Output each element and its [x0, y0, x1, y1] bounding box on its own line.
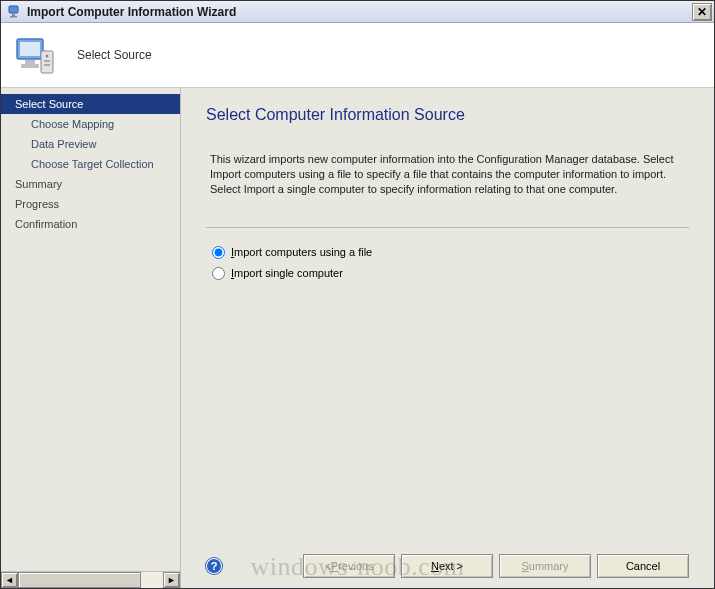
substep-choose-mapping[interactable]: Choose Mapping: [1, 114, 180, 134]
cancel-button[interactable]: Cancel: [597, 554, 689, 578]
footer: ? < Previous Next > Summary Cancel: [206, 544, 689, 578]
sidebar-scrollbar[interactable]: ◄ ►: [1, 571, 180, 588]
banner: Select Source: [1, 23, 714, 88]
radio-group-import-source: Import computers using a file Import sin…: [206, 242, 689, 284]
page-description: This wizard imports new computer informa…: [206, 152, 689, 197]
divider: [206, 227, 689, 228]
body: Select Source Choose Mapping Data Previe…: [1, 88, 714, 588]
summary-button: Summary: [499, 554, 591, 578]
scroll-thumb[interactable]: [18, 572, 141, 588]
svg-rect-1: [12, 14, 15, 16]
wizard-window: Import Computer Information Wizard ✕ Sel…: [0, 0, 715, 589]
sidebar: Select Source Choose Mapping Data Previe…: [1, 88, 181, 588]
nav-steps: Select Source Choose Mapping Data Previe…: [1, 94, 180, 571]
svg-rect-6: [21, 64, 39, 68]
radio-import-single-label: Import single computer: [231, 267, 343, 279]
substep-data-preview[interactable]: Data Preview: [1, 134, 180, 154]
step-progress[interactable]: Progress: [1, 194, 180, 214]
radio-import-single[interactable]: Import single computer: [212, 263, 689, 284]
main-content: Select Computer Information Source This …: [181, 88, 714, 588]
svg-rect-0: [9, 6, 18, 13]
svg-rect-2: [10, 16, 17, 18]
next-button[interactable]: Next >: [401, 554, 493, 578]
page-heading: Select Computer Information Source: [206, 106, 689, 124]
step-summary[interactable]: Summary: [1, 174, 180, 194]
radio-import-file-input[interactable]: [212, 246, 225, 259]
scroll-left-arrow-icon[interactable]: ◄: [1, 572, 18, 588]
svg-rect-10: [44, 64, 50, 66]
svg-rect-5: [25, 60, 35, 64]
radio-import-single-input[interactable]: [212, 267, 225, 280]
close-button[interactable]: ✕: [692, 3, 712, 21]
step-select-source[interactable]: Select Source: [1, 94, 180, 114]
close-icon: ✕: [697, 6, 707, 18]
svg-point-8: [46, 55, 49, 58]
substep-choose-target-collection[interactable]: Choose Target Collection: [1, 154, 180, 174]
radio-import-file[interactable]: Import computers using a file: [212, 242, 689, 263]
previous-button: < Previous: [303, 554, 395, 578]
window-title: Import Computer Information Wizard: [27, 5, 692, 19]
svg-rect-9: [44, 60, 50, 62]
scroll-track[interactable]: [18, 572, 163, 588]
computer-icon: [11, 31, 59, 79]
radio-import-file-label: Import computers using a file: [231, 246, 372, 258]
app-icon: [7, 4, 23, 20]
help-icon[interactable]: ?: [206, 558, 222, 574]
banner-title: Select Source: [77, 48, 152, 62]
scroll-right-arrow-icon[interactable]: ►: [163, 572, 180, 588]
svg-rect-4: [20, 42, 40, 56]
titlebar: Import Computer Information Wizard ✕: [1, 1, 714, 23]
step-confirmation[interactable]: Confirmation: [1, 214, 180, 234]
